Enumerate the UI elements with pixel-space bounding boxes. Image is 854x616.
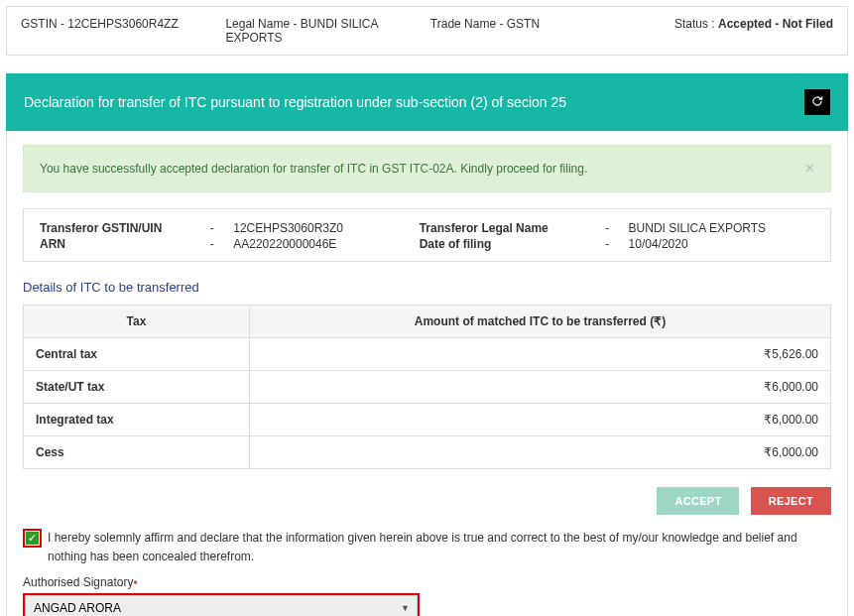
dash-separator: - [210,221,233,235]
itc-table: Tax Amount of matched ITC to be transfer… [23,305,831,469]
col-header-amount: Amount of matched ITC to be transferred … [249,306,830,338]
accept-button[interactable]: ACCEPT [657,487,739,515]
page-header: Declaration for transfer of ITC pursuant… [6,73,848,131]
tax-label: Integrated tax [24,404,250,436]
status-label: Status : [674,17,718,31]
tax-amount: ₹5,626.00 [249,338,830,371]
legal-name-block: Legal Name - BUNDI SILICA EXPORTS [225,17,390,45]
table-row: Cess ₹6,000.00 [24,436,831,469]
tax-amount: ₹6,000.00 [249,436,830,469]
trade-name-value: GSTN [507,17,540,31]
success-alert: You have successfully accepted declarati… [23,145,831,192]
date-of-filing-label: Date of filing [420,237,605,251]
itc-section-title: Details of ITC to be transferred [23,280,831,295]
refresh-button[interactable] [804,89,830,115]
content-wrapper: You have successfully accepted declarati… [6,131,848,616]
status-value: Accepted - Not Filed [718,17,833,31]
tax-label: Central tax [24,338,250,371]
signatory-label-row: Authorised Signatory• [23,575,831,589]
transferor-legalname-label: Transferor Legal Name [420,221,605,235]
tax-label: State/UT tax [24,371,250,404]
trade-name-block: Trade Name - GSTN [430,17,595,45]
trade-name-label: Trade Name - [430,17,507,31]
dash-separator: - [210,237,233,251]
declaration-checkbox-highlight: ✓ [23,529,42,548]
transferor-gstin-label: Transferor GSTIN/UIN [40,221,210,235]
status-block: Status : Accepted - Not Filed [635,17,833,45]
dash-separator: - [605,221,628,235]
signatory-label: Authorised Signatory [23,575,133,589]
table-row: State/UT tax ₹6,000.00 [24,371,831,404]
col-header-tax: Tax [24,306,250,338]
alert-close-icon[interactable]: × [805,160,814,178]
alert-message: You have successfully accepted declarati… [40,162,587,176]
transferor-gstin-value: 12CEHPS3060R3Z0 [233,221,419,235]
accept-reject-row: ACCEPT REJECT [23,487,831,515]
arn-value: AA220220000046E [233,237,419,251]
tax-label: Cess [24,436,250,469]
legal-name-label: Legal Name - [225,17,300,31]
top-info-bar: GSTIN - 12CEHPS3060R4ZZ Legal Name - BUN… [6,6,848,56]
gstin-block: GSTIN - 12CEHPS3060R4ZZ [21,17,185,45]
declaration-text: I hereby solemnly affirm and declare tha… [48,529,831,565]
page-title: Declaration for transfer of ITC pursuant… [24,94,566,110]
declaration-checkbox[interactable]: ✓ [26,532,39,545]
signatory-select[interactable]: ANGAD ARORA [25,595,418,616]
table-row: Integrated tax ₹6,000.00 [24,404,831,436]
tax-amount: ₹6,000.00 [249,371,830,404]
table-row: Central tax ₹5,626.00 [24,338,831,371]
dash-separator: - [605,237,628,251]
declaration-row: ✓ I hereby solemnly affirm and declare t… [23,529,831,565]
date-of-filing-value: 10/04/2020 [629,237,814,251]
arn-label: ARN [40,237,210,251]
gstin-value: 12CEHPS3060R4ZZ [67,17,178,31]
tax-amount: ₹6,000.00 [249,404,830,436]
reject-button[interactable]: REJECT [751,487,831,515]
transferor-details-panel: Transferor GSTIN/UIN - 12CEHPS3060R3Z0 T… [23,208,831,262]
refresh-icon [810,94,824,111]
transferor-legalname-value: BUNDI SILICA EXPORTS [629,221,814,235]
required-indicator: • [133,575,137,589]
signatory-select-highlight: ANGAD ARORA [23,593,420,616]
gstin-label: GSTIN - [21,17,67,31]
